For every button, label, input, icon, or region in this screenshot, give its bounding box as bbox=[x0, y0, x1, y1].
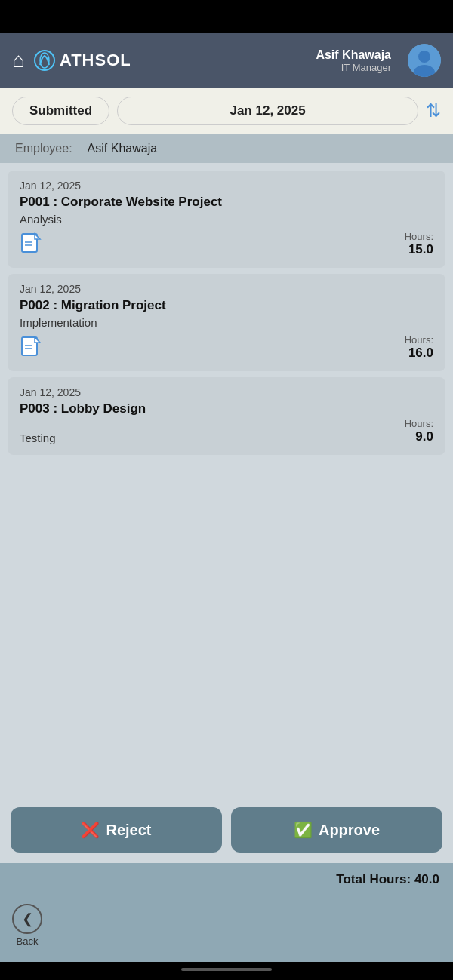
reject-button[interactable]: ❌ Reject bbox=[11, 807, 222, 853]
approve-icon: ✅ bbox=[294, 821, 313, 839]
back-label: Back bbox=[17, 935, 39, 947]
reject-label: Reject bbox=[106, 822, 151, 839]
back-container[interactable]: ❮ Back bbox=[12, 904, 42, 947]
status-filter[interactable]: Submitted bbox=[12, 97, 109, 125]
svg-point-0 bbox=[35, 51, 54, 70]
entry-project-2: P002 : Migration Project bbox=[20, 298, 433, 313]
entry-date-2: Jan 12, 2025 bbox=[20, 283, 433, 295]
total-hours-bar: Total Hours: 40.0 bbox=[0, 863, 453, 896]
app-header: ⌂ ATHSOL Asif Khawaja IT Manager bbox=[0, 33, 453, 88]
logo-area: ATHSOL bbox=[34, 50, 307, 71]
bottom-nav: ❮ Back bbox=[0, 896, 453, 962]
hours-value-1: 15.0 bbox=[408, 242, 433, 257]
user-avatar bbox=[408, 44, 441, 77]
content-spacer bbox=[8, 461, 445, 789]
note-icon-1[interactable] bbox=[20, 232, 42, 257]
reject-icon: ❌ bbox=[81, 821, 100, 839]
entry-task-3: Testing bbox=[20, 432, 56, 444]
hours-label-2: Hours: bbox=[405, 334, 433, 346]
note-icon-2[interactable] bbox=[20, 335, 42, 361]
entry-task-2: Implementation bbox=[20, 316, 97, 329]
hours-value-2: 16.0 bbox=[408, 346, 433, 361]
entry-hours-block-2: Hours: 16.0 bbox=[405, 334, 433, 361]
user-info: Asif Khawaja IT Manager bbox=[316, 48, 391, 73]
filter-bar: Submitted Jan 12, 2025 ⇅ bbox=[0, 88, 453, 134]
sort-icon[interactable]: ⇅ bbox=[426, 100, 441, 121]
entry-project-1: P001 : Corporate Website Project bbox=[20, 195, 433, 210]
approve-label: Approve bbox=[319, 822, 380, 839]
entry-card-3: Jan 12, 2025 P003 : Lobby Design Testing… bbox=[8, 377, 445, 455]
employee-name: Asif Khawaja bbox=[88, 142, 158, 155]
employee-label: Employee: bbox=[15, 142, 72, 155]
home-indicator bbox=[0, 962, 453, 980]
svg-point-3 bbox=[418, 51, 430, 63]
total-hours-label: Total Hours: 40.0 bbox=[336, 872, 439, 886]
date-filter[interactable]: Jan 12, 2025 bbox=[117, 97, 418, 125]
entry-card-1: Jan 12, 2025 P001 : Corporate Website Pr… bbox=[8, 171, 445, 268]
user-name: Asif Khawaja bbox=[316, 48, 391, 62]
entry-date-3: Jan 12, 2025 bbox=[20, 386, 433, 398]
hours-label-3: Hours: bbox=[405, 418, 433, 429]
back-button[interactable]: ❮ bbox=[12, 904, 42, 934]
employee-bar: Employee: Asif Khawaja bbox=[0, 134, 453, 163]
approve-button[interactable]: ✅ Approve bbox=[231, 807, 442, 853]
action-bar: ❌ Reject ✅ Approve bbox=[0, 797, 453, 863]
back-icon: ❮ bbox=[22, 911, 33, 927]
hours-value-3: 9.0 bbox=[415, 429, 433, 444]
entry-date-1: Jan 12, 2025 bbox=[20, 180, 433, 192]
hours-label-1: Hours: bbox=[405, 231, 433, 242]
entry-task-1: Analysis bbox=[20, 213, 62, 226]
logo-icon bbox=[34, 50, 55, 71]
entry-card-2: Jan 12, 2025 P002 : Migration Project Im… bbox=[8, 274, 445, 371]
logo-text: ATHSOL bbox=[60, 51, 131, 70]
status-bar bbox=[0, 0, 453, 33]
user-role: IT Manager bbox=[341, 62, 391, 73]
entry-hours-block-1: Hours: 15.0 bbox=[405, 231, 433, 257]
home-indicator-bar bbox=[181, 968, 272, 971]
entry-project-3: P003 : Lobby Design bbox=[20, 401, 433, 416]
entry-hours-block-3: Hours: 9.0 bbox=[405, 418, 433, 444]
home-icon[interactable]: ⌂ bbox=[12, 50, 25, 71]
main-content: Jan 12, 2025 P001 : Corporate Website Pr… bbox=[0, 163, 453, 797]
